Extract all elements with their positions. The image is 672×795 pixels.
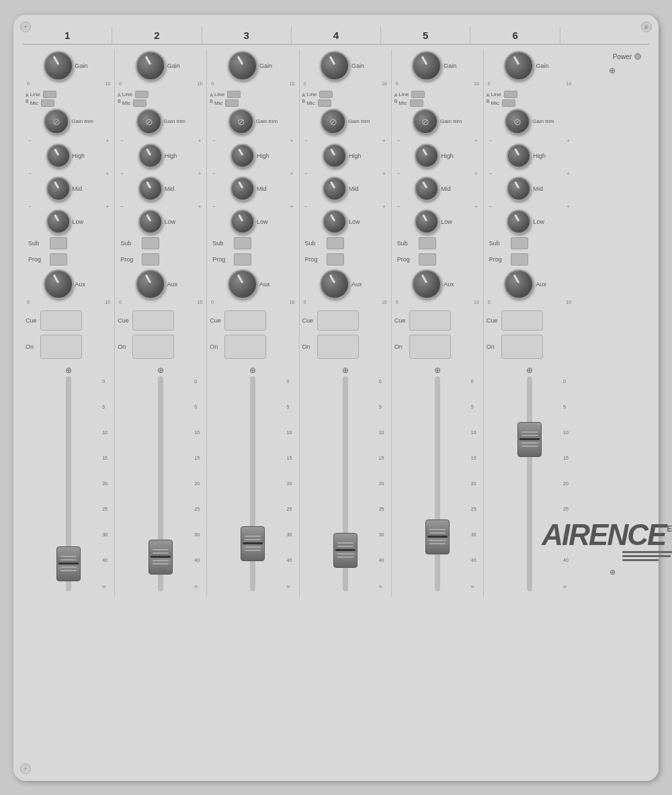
channels-container: Gain 010 AB Line — [23, 49, 575, 597]
ch3-aux-knob[interactable] — [228, 269, 257, 299]
ch1-low-knob[interactable] — [46, 210, 71, 234]
ch6-sub-btn[interactable] — [511, 237, 528, 249]
ch3-fader-scale: 05101520253040∞ — [287, 376, 296, 591]
ch6-on-btn[interactable] — [501, 335, 543, 359]
ch6-aux-knob[interactable] — [504, 269, 534, 299]
ch6-low-knob[interactable] — [507, 210, 531, 234]
ch2-line-btn[interactable] — [135, 91, 149, 98]
ch1-aux-scale: 010 — [26, 300, 112, 304]
ch5-line-btn[interactable] — [411, 91, 425, 98]
ch4-fader-section: ⊕ 0510152025304 — [302, 366, 388, 591]
ch6-high-knob[interactable] — [507, 144, 531, 168]
ch3-gain-knob[interactable] — [228, 51, 257, 81]
ch3-low-label: Low — [257, 218, 276, 225]
ch2-fader-track — [118, 376, 204, 591]
ch2-sub-btn[interactable] — [142, 237, 159, 249]
ch2-low-knob[interactable] — [138, 210, 163, 234]
ch5-low-knob[interactable] — [415, 210, 439, 234]
ch1-prog-btn[interactable] — [50, 253, 67, 265]
ch4-line-label: Line — [306, 91, 317, 97]
ch4-cue-btn[interactable] — [317, 310, 359, 331]
ch1-line-btn[interactable] — [43, 91, 56, 98]
channel-5: Gain 010 AB Line Mic Gain trim −+ Hi — [392, 49, 484, 597]
ch4-on-btn[interactable] — [317, 335, 359, 359]
ch2-mic-btn[interactable] — [133, 99, 146, 107]
ch4-gain-knob[interactable] — [320, 51, 349, 81]
ch3-ab-label: AB — [210, 93, 213, 104]
ch3-line-btn[interactable] — [227, 91, 241, 98]
ch4-prog-btn[interactable] — [327, 253, 344, 265]
ch4-aux-knob[interactable] — [320, 269, 349, 299]
ch3-on-btn[interactable] — [224, 335, 266, 359]
ch5-mid-knob[interactable] — [415, 177, 439, 201]
ch2-gain-trim-knob[interactable] — [136, 109, 162, 134]
ch6-mic-btn[interactable] — [502, 99, 515, 107]
ch6-fader-rail — [527, 376, 532, 591]
ch5-on-btn[interactable] — [409, 335, 451, 359]
ch1-mid-knob[interactable] — [46, 177, 71, 201]
ch3-high-knob[interactable] — [230, 144, 255, 168]
ch3-cue-btn[interactable] — [224, 310, 266, 331]
ch5-sub-btn[interactable] — [419, 237, 436, 249]
ch1-gain-trim-knob[interactable] — [44, 109, 69, 134]
ch1-cue-btn[interactable] — [40, 310, 82, 331]
ch6-gain-knob[interactable] — [504, 51, 534, 81]
ch1-mic-btn[interactable] — [41, 99, 54, 107]
ch1-sub-btn[interactable] — [50, 237, 67, 249]
ch5-gain-knob[interactable] — [412, 51, 442, 81]
ch4-line-btn[interactable] — [319, 91, 333, 98]
ch5-mic-btn[interactable] — [410, 99, 423, 107]
ch6-mid-knob[interactable] — [507, 177, 531, 201]
ch6-prog-btn[interactable] — [511, 253, 528, 265]
screw-tr: ⊕ — [641, 22, 652, 32]
ch3-mid-knob[interactable] — [230, 177, 255, 201]
ch5-cue-btn[interactable] — [409, 310, 451, 331]
ch2-high-knob[interactable] — [138, 144, 163, 168]
ch4-sub-btn[interactable] — [327, 237, 344, 249]
ch1-gain-scale: 010 — [26, 81, 112, 86]
ch4-gain-section: Gain 010 — [302, 51, 388, 86]
ch1-fader-handle[interactable] — [56, 546, 81, 581]
ch4-high-knob[interactable] — [323, 144, 347, 168]
ch2-aux-knob[interactable] — [136, 269, 165, 299]
ch1-high-knob[interactable] — [46, 144, 71, 168]
ch3-fader-handle[interactable] — [241, 526, 265, 561]
ch5-aux-knob[interactable] — [412, 269, 442, 299]
ch4-low-knob[interactable] — [323, 210, 347, 234]
ch2-number: 2 — [112, 27, 202, 44]
ch4-gain-trim-knob[interactable] — [321, 109, 346, 134]
ch4-fader-handle[interactable] — [333, 533, 358, 568]
ch2-prog-btn[interactable] — [142, 253, 159, 265]
ch2-low-section: −+ Low — [118, 204, 204, 234]
ch1-on-btn[interactable] — [40, 335, 82, 359]
ch3-high-label: High — [257, 153, 276, 159]
ch2-gain-knob[interactable] — [136, 51, 165, 81]
ch5-line-label: Line — [398, 91, 409, 97]
ch6-cue-btn[interactable] — [501, 310, 543, 331]
ch3-sub-btn[interactable] — [234, 237, 251, 249]
ch4-mic-btn[interactable] — [318, 99, 331, 107]
ch5-gain-trim-knob[interactable] — [413, 109, 438, 134]
ch4-aux-section: Aux 010 — [302, 269, 388, 304]
ch5-cue-on: Cue On — [394, 308, 480, 361]
ch3-mic-label: Mic — [214, 100, 222, 106]
ch3-gain-trim-knob[interactable] — [228, 109, 254, 134]
ch5-prog-btn[interactable] — [419, 253, 436, 265]
ch6-fader-handle[interactable] — [517, 422, 542, 457]
ch1-gain-knob[interactable] — [44, 51, 73, 81]
channel-4: Gain 010 AB Line Mic Gain trim −+ Hi — [300, 49, 392, 597]
ch6-gain-trim-knob[interactable] — [505, 109, 530, 134]
ch2-cue-btn[interactable] — [132, 310, 174, 331]
ch1-aux-knob[interactable] — [44, 269, 73, 299]
ch3-low-knob[interactable] — [230, 210, 255, 234]
ch2-on-btn[interactable] — [132, 335, 174, 359]
ch5-high-knob[interactable] — [415, 144, 439, 168]
ch3-mic-btn[interactable] — [225, 99, 239, 107]
ch2-fader-handle[interactable] — [149, 540, 173, 575]
ch4-mid-section: −+ Mid — [302, 171, 388, 201]
ch4-mid-knob[interactable] — [323, 177, 347, 201]
ch6-line-btn[interactable] — [504, 91, 517, 98]
ch3-prog-btn[interactable] — [234, 253, 251, 265]
ch2-mid-knob[interactable] — [138, 177, 163, 201]
ch5-fader-handle[interactable] — [425, 519, 450, 554]
